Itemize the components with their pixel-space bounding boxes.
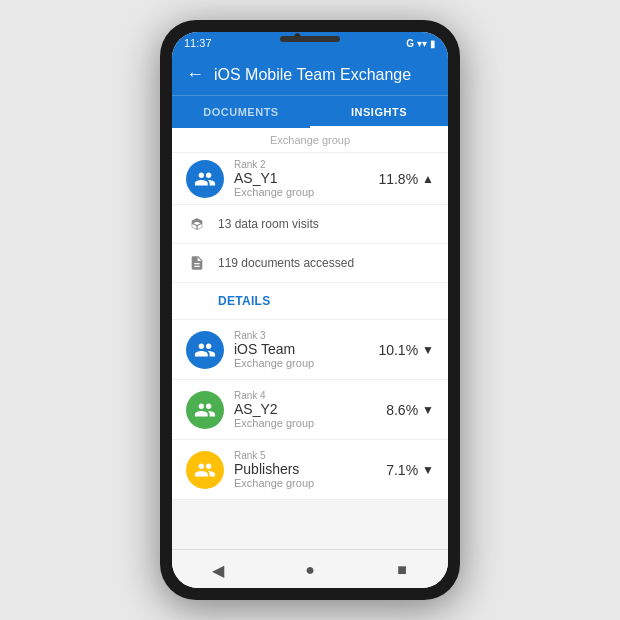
group-item-rank3[interactable]: Rank 3 iOS Team Exchange group 10.1% ▼ (172, 320, 448, 380)
nav-back-button[interactable]: ◀ (202, 560, 234, 580)
group-name-rank5: Publishers (234, 461, 376, 477)
detail-text-dataroom: 13 data room visits (218, 217, 319, 231)
group-percent-rank3: 10.1% ▼ (378, 342, 434, 358)
file-icon (186, 252, 208, 274)
group-info-rank5: Rank 5 Publishers Exchange group (234, 450, 376, 489)
group-type-rank2: Exchange group (234, 186, 368, 198)
group-name-rank2: AS_Y1 (234, 170, 368, 186)
group-info-rank3: Rank 3 iOS Team Exchange group (234, 330, 368, 369)
avatar-rank3 (186, 331, 224, 369)
battery-icon: ▮ (430, 38, 436, 49)
status-icons: G ▾▾ ▮ (406, 38, 436, 49)
avatar-rank2 (186, 160, 224, 198)
group-name-rank4: AS_Y2 (234, 401, 376, 417)
avatar-rank5 (186, 451, 224, 489)
group-info-rank2: Rank 2 AS_Y1 Exchange group (234, 159, 368, 198)
chevron-down-icon-rank4: ▼ (422, 403, 434, 417)
detail-text-docs: 119 documents accessed (218, 256, 354, 270)
nav-recents-button[interactable]: ■ (386, 560, 418, 580)
detail-row-docs: 119 documents accessed (172, 244, 448, 283)
tabs: DOCUMENTS INSIGHTS (172, 95, 448, 128)
group-percent-rank4: 8.6% ▼ (386, 402, 434, 418)
phone-screen: 11:37 G ▾▾ ▮ ← iOS Mobile Team Exchange … (172, 32, 448, 588)
app-bar: ← iOS Mobile Team Exchange (172, 54, 448, 95)
detail-row-dataroom: 13 data room visits (172, 205, 448, 244)
app-title: iOS Mobile Team Exchange (214, 66, 411, 84)
speaker (280, 36, 340, 42)
avatar-rank4 (186, 391, 224, 429)
chevron-up-icon: ▲ (422, 172, 434, 186)
group-rank-4: Rank 4 (234, 390, 376, 401)
carrier-icon: G (406, 38, 414, 49)
chevron-down-icon-rank3: ▼ (422, 343, 434, 357)
content-area: Exchange group Rank 2 AS_Y1 Exchange gro… (172, 128, 448, 549)
group-name-rank3: iOS Team (234, 341, 368, 357)
group-item-rank5[interactable]: Rank 5 Publishers Exchange group 7.1% ▼ (172, 440, 448, 500)
bottom-nav: ◀ ● ■ (172, 549, 448, 588)
details-section: 13 data room visits 119 documents access… (172, 205, 448, 320)
group-rank-5: Rank 5 (234, 450, 376, 461)
group-type-rank4: Exchange group (234, 417, 376, 429)
cube-icon (186, 213, 208, 235)
group-percent-rank2: 11.8% ▲ (378, 171, 434, 187)
truncated-item: Exchange group (172, 128, 448, 153)
group-type-rank5: Exchange group (234, 477, 376, 489)
tab-insights[interactable]: INSIGHTS (310, 96, 448, 128)
nav-home-button[interactable]: ● (294, 560, 326, 580)
group-rank-2: Rank 2 (234, 159, 368, 170)
phone-frame: 11:37 G ▾▾ ▮ ← iOS Mobile Team Exchange … (160, 20, 460, 600)
details-link[interactable]: DETAILS (172, 283, 448, 319)
wifi-icon: ▾▾ (417, 38, 427, 49)
group-info-rank4: Rank 4 AS_Y2 Exchange group (234, 390, 376, 429)
group-percent-rank5: 7.1% ▼ (386, 462, 434, 478)
group-type-rank3: Exchange group (234, 357, 368, 369)
tab-documents[interactable]: DOCUMENTS (172, 96, 310, 128)
chevron-down-icon-rank5: ▼ (422, 463, 434, 477)
back-button[interactable]: ← (186, 64, 204, 85)
group-item-rank2[interactable]: Rank 2 AS_Y1 Exchange group 11.8% ▲ (172, 153, 448, 205)
status-time: 11:37 (184, 37, 212, 49)
group-rank-3: Rank 3 (234, 330, 368, 341)
details-link-label: DETAILS (218, 294, 271, 308)
group-item-rank4[interactable]: Rank 4 AS_Y2 Exchange group 8.6% ▼ (172, 380, 448, 440)
